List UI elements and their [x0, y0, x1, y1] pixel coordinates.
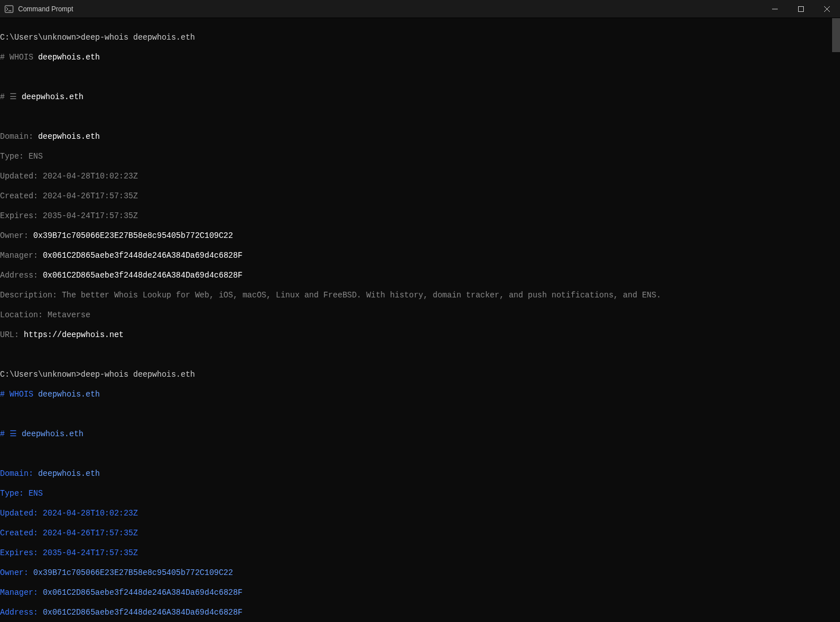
flag-domain-blue: deepwhois.eth	[22, 429, 83, 438]
prompt: C:\Users\unknown>	[0, 370, 81, 379]
titlebar: Command Prompt	[0, 0, 840, 18]
owner-value-blue: 0x39B71c705066E23E27B58e8c95405b772C109C…	[33, 568, 233, 577]
flag-label: # ☰	[0, 92, 22, 101]
titlebar-left: Command Prompt	[0, 5, 73, 14]
created-line: Created: 2024-04-26T17:57:35Z	[0, 191, 840, 202]
window-controls	[762, 0, 840, 18]
whois-header-domain-blue: deepwhois.eth	[38, 390, 100, 399]
owner-value: 0x39B71c705066E23E27B58e8c95405b772C109C…	[33, 231, 233, 240]
prompt: C:\Users\unknown>	[0, 33, 81, 42]
expires-line: Expires: 2035-04-24T17:57:35Z	[0, 211, 840, 221]
domain-label-blue: Domain:	[0, 469, 38, 478]
domain-value-blue: deepwhois.eth	[38, 469, 100, 478]
flag-label-blue: # ☰	[0, 429, 22, 438]
domain-label: Domain:	[0, 132, 38, 141]
type-line: Type: ENS	[0, 152, 840, 162]
url-value: https://deepwhois.net	[24, 330, 123, 339]
terminal-icon	[5, 5, 14, 14]
expires-line-blue: Expires: 2035-04-24T17:57:35Z	[0, 548, 840, 559]
created-line-blue: Created: 2024-04-26T17:57:35Z	[0, 529, 840, 539]
flag-domain: deepwhois.eth	[22, 92, 83, 101]
whois-header-domain: deepwhois.eth	[38, 53, 100, 62]
type-line-blue: Type: ENS	[0, 489, 840, 499]
manager-value: 0x061C2D865aebe3f2448de246A384Da69d4c682…	[43, 251, 243, 260]
owner-label: Owner:	[0, 231, 33, 240]
close-button[interactable]	[814, 0, 840, 18]
address-label: Address:	[0, 271, 43, 280]
address-value: 0x061C2D865aebe3f2448de246A384Da69d4c682…	[43, 271, 243, 280]
address-label-blue: Address:	[0, 608, 43, 617]
whois-header-label-blue: # WHOIS	[0, 390, 38, 399]
scrollbar-track[interactable]	[832, 18, 840, 622]
owner-label-blue: Owner:	[0, 568, 33, 577]
svg-rect-3	[799, 6, 804, 11]
manager-label: Manager:	[0, 251, 43, 260]
manager-value-blue: 0x061C2D865aebe3f2448de246A384Da69d4c682…	[43, 588, 243, 597]
window-title: Command Prompt	[18, 5, 73, 13]
maximize-button[interactable]	[788, 0, 814, 18]
command: deep-whois deepwhois.eth	[81, 33, 195, 42]
manager-label-blue: Manager:	[0, 588, 43, 597]
address-value-blue: 0x061C2D865aebe3f2448de246A384Da69d4c682…	[43, 608, 243, 617]
scrollbar-thumb[interactable]	[832, 18, 840, 52]
domain-value: deepwhois.eth	[38, 132, 100, 141]
svg-rect-0	[5, 6, 13, 12]
location-line: Location: Metaverse	[0, 310, 840, 321]
command: deep-whois deepwhois.eth	[81, 370, 195, 379]
url-label: URL:	[0, 330, 24, 339]
updated-line-blue: Updated: 2024-04-28T10:02:23Z	[0, 509, 840, 519]
whois-header-label: # WHOIS	[0, 53, 38, 62]
terminal-output[interactable]: C:\Users\unknown>deep-whois deepwhois.et…	[0, 18, 840, 622]
updated-line: Updated: 2024-04-28T10:02:23Z	[0, 172, 840, 182]
minimize-button[interactable]	[762, 0, 788, 18]
description-line: Description: The better Whois Lookup for…	[0, 291, 840, 301]
